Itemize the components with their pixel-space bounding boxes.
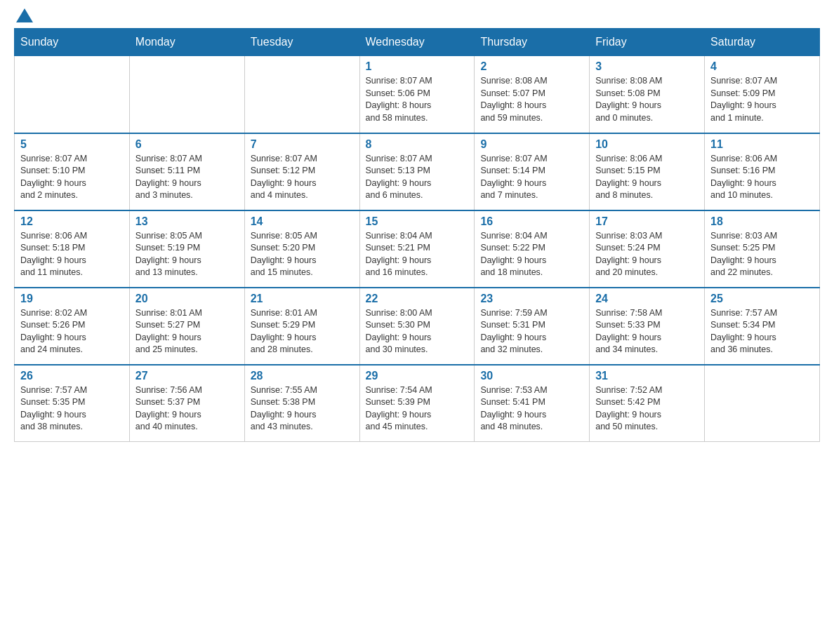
- logo: [14, 14, 33, 21]
- calendar-cell: [244, 56, 359, 133]
- day-info: Sunrise: 8:06 AM Sunset: 5:18 PM Dayligh…: [20, 230, 124, 279]
- day-number: 30: [480, 370, 583, 382]
- day-info: Sunrise: 8:01 AM Sunset: 5:29 PM Dayligh…: [251, 307, 354, 356]
- day-number: 19: [20, 293, 124, 305]
- day-info: Sunrise: 8:08 AM Sunset: 5:07 PM Dayligh…: [480, 75, 583, 124]
- calendar-cell: 3Sunrise: 8:08 AM Sunset: 5:08 PM Daylig…: [590, 56, 705, 133]
- day-info: Sunrise: 8:07 AM Sunset: 5:13 PM Dayligh…: [366, 153, 469, 202]
- day-number: 22: [366, 293, 469, 305]
- day-info: Sunrise: 8:07 AM Sunset: 5:06 PM Dayligh…: [366, 75, 469, 124]
- day-info: Sunrise: 8:04 AM Sunset: 5:22 PM Dayligh…: [480, 230, 583, 279]
- day-info: Sunrise: 7:58 AM Sunset: 5:33 PM Dayligh…: [595, 307, 699, 356]
- calendar-cell: 25Sunrise: 7:57 AM Sunset: 5:34 PM Dayli…: [705, 288, 820, 365]
- calendar-cell: 14Sunrise: 8:05 AM Sunset: 5:20 PM Dayli…: [244, 210, 359, 288]
- calendar-cell: 11Sunrise: 8:06 AM Sunset: 5:16 PM Dayli…: [705, 133, 820, 210]
- day-info: Sunrise: 8:07 AM Sunset: 5:12 PM Dayligh…: [251, 153, 354, 202]
- day-info: Sunrise: 8:08 AM Sunset: 5:08 PM Dayligh…: [595, 75, 699, 124]
- day-number: 21: [251, 293, 354, 305]
- weekday-header-saturday: Saturday: [705, 29, 820, 56]
- calendar-cell: 15Sunrise: 8:04 AM Sunset: 5:21 PM Dayli…: [359, 210, 475, 288]
- calendar-cell: 17Sunrise: 8:03 AM Sunset: 5:24 PM Dayli…: [590, 210, 705, 288]
- calendar-cell: 4Sunrise: 8:07 AM Sunset: 5:09 PM Daylig…: [705, 56, 820, 133]
- calendar-cell: [15, 56, 130, 133]
- day-info: Sunrise: 8:07 AM Sunset: 5:09 PM Dayligh…: [710, 75, 814, 124]
- calendar-table: SundayMondayTuesdayWednesdayThursdayFrid…: [14, 28, 820, 442]
- calendar-cell: 1Sunrise: 8:07 AM Sunset: 5:06 PM Daylig…: [359, 56, 475, 133]
- day-info: Sunrise: 7:57 AM Sunset: 5:35 PM Dayligh…: [20, 384, 124, 434]
- calendar-cell: 12Sunrise: 8:06 AM Sunset: 5:18 PM Dayli…: [15, 210, 130, 288]
- day-info: Sunrise: 8:06 AM Sunset: 5:16 PM Dayligh…: [710, 153, 814, 202]
- calendar-cell: 18Sunrise: 8:03 AM Sunset: 5:25 PM Dayli…: [705, 210, 820, 288]
- day-info: Sunrise: 8:06 AM Sunset: 5:15 PM Dayligh…: [595, 153, 699, 202]
- day-info: Sunrise: 7:56 AM Sunset: 5:37 PM Dayligh…: [135, 384, 239, 434]
- day-number: 20: [135, 293, 239, 305]
- weekday-header-monday: Monday: [129, 29, 244, 56]
- day-info: Sunrise: 8:03 AM Sunset: 5:24 PM Dayligh…: [595, 230, 699, 279]
- day-number: 28: [251, 370, 354, 382]
- day-number: 4: [710, 60, 814, 73]
- calendar-cell: 13Sunrise: 8:05 AM Sunset: 5:19 PM Dayli…: [129, 210, 244, 288]
- weekday-header-friday: Friday: [590, 29, 705, 56]
- day-number: 24: [595, 293, 699, 305]
- day-number: 15: [366, 215, 469, 228]
- calendar-cell: 28Sunrise: 7:55 AM Sunset: 5:38 PM Dayli…: [244, 365, 359, 442]
- day-number: 6: [135, 138, 239, 151]
- calendar-cell: 24Sunrise: 7:58 AM Sunset: 5:33 PM Dayli…: [590, 288, 705, 365]
- calendar-cell: 31Sunrise: 7:52 AM Sunset: 5:42 PM Dayli…: [590, 365, 705, 442]
- calendar-cell: 5Sunrise: 8:07 AM Sunset: 5:10 PM Daylig…: [15, 133, 130, 210]
- weekday-header-wednesday: Wednesday: [359, 29, 475, 56]
- calendar-cell: 7Sunrise: 8:07 AM Sunset: 5:12 PM Daylig…: [244, 133, 359, 210]
- day-info: Sunrise: 8:05 AM Sunset: 5:20 PM Dayligh…: [251, 230, 354, 279]
- day-info: Sunrise: 7:52 AM Sunset: 5:42 PM Dayligh…: [595, 384, 699, 434]
- day-number: 27: [135, 370, 239, 382]
- calendar-cell: [129, 56, 244, 133]
- weekday-header-thursday: Thursday: [475, 29, 590, 56]
- day-number: 7: [251, 138, 354, 151]
- calendar-cell: 2Sunrise: 8:08 AM Sunset: 5:07 PM Daylig…: [475, 56, 590, 133]
- day-info: Sunrise: 8:07 AM Sunset: 5:10 PM Dayligh…: [20, 153, 124, 202]
- day-info: Sunrise: 7:59 AM Sunset: 5:31 PM Dayligh…: [480, 307, 583, 356]
- day-info: Sunrise: 8:02 AM Sunset: 5:26 PM Dayligh…: [20, 307, 124, 356]
- day-number: 18: [710, 215, 814, 228]
- day-number: 29: [366, 370, 469, 382]
- weekday-header-sunday: Sunday: [15, 29, 130, 56]
- calendar-cell: 9Sunrise: 8:07 AM Sunset: 5:14 PM Daylig…: [475, 133, 590, 210]
- day-number: 10: [595, 138, 699, 151]
- week-row-5: 26Sunrise: 7:57 AM Sunset: 5:35 PM Dayli…: [15, 365, 820, 442]
- week-row-4: 19Sunrise: 8:02 AM Sunset: 5:26 PM Dayli…: [15, 288, 820, 365]
- calendar-cell: 8Sunrise: 8:07 AM Sunset: 5:13 PM Daylig…: [359, 133, 475, 210]
- day-info: Sunrise: 7:57 AM Sunset: 5:34 PM Dayligh…: [710, 307, 814, 356]
- day-info: Sunrise: 8:01 AM Sunset: 5:27 PM Dayligh…: [135, 307, 239, 356]
- day-info: Sunrise: 8:04 AM Sunset: 5:21 PM Dayligh…: [366, 230, 469, 279]
- page-header: [14, 14, 820, 21]
- day-number: 11: [710, 138, 814, 151]
- week-row-2: 5Sunrise: 8:07 AM Sunset: 5:10 PM Daylig…: [15, 133, 820, 210]
- calendar-cell: 19Sunrise: 8:02 AM Sunset: 5:26 PM Dayli…: [15, 288, 130, 365]
- calendar-cell: 6Sunrise: 8:07 AM Sunset: 5:11 PM Daylig…: [129, 133, 244, 210]
- week-row-3: 12Sunrise: 8:06 AM Sunset: 5:18 PM Dayli…: [15, 210, 820, 288]
- calendar-cell: 30Sunrise: 7:53 AM Sunset: 5:41 PM Dayli…: [475, 365, 590, 442]
- day-info: Sunrise: 7:55 AM Sunset: 5:38 PM Dayligh…: [251, 384, 354, 434]
- calendar-cell: 23Sunrise: 7:59 AM Sunset: 5:31 PM Dayli…: [475, 288, 590, 365]
- day-info: Sunrise: 7:53 AM Sunset: 5:41 PM Dayligh…: [480, 384, 583, 434]
- day-number: 16: [480, 215, 583, 228]
- calendar-cell: 22Sunrise: 8:00 AM Sunset: 5:30 PM Dayli…: [359, 288, 475, 365]
- day-number: 12: [20, 215, 124, 228]
- day-number: 14: [251, 215, 354, 228]
- day-number: 17: [595, 215, 699, 228]
- day-info: Sunrise: 7:54 AM Sunset: 5:39 PM Dayligh…: [366, 384, 469, 434]
- day-number: 31: [595, 370, 699, 382]
- calendar-cell: 16Sunrise: 8:04 AM Sunset: 5:22 PM Dayli…: [475, 210, 590, 288]
- calendar-cell: 21Sunrise: 8:01 AM Sunset: 5:29 PM Dayli…: [244, 288, 359, 365]
- day-number: 26: [20, 370, 124, 382]
- day-info: Sunrise: 8:05 AM Sunset: 5:19 PM Dayligh…: [135, 230, 239, 279]
- day-info: Sunrise: 8:00 AM Sunset: 5:30 PM Dayligh…: [366, 307, 469, 356]
- weekday-header-tuesday: Tuesday: [244, 29, 359, 56]
- day-info: Sunrise: 8:07 AM Sunset: 5:14 PM Dayligh…: [480, 153, 583, 202]
- day-info: Sunrise: 8:07 AM Sunset: 5:11 PM Dayligh…: [135, 153, 239, 202]
- day-number: 3: [595, 60, 699, 73]
- day-number: 9: [480, 138, 583, 151]
- calendar-cell: 29Sunrise: 7:54 AM Sunset: 5:39 PM Dayli…: [359, 365, 475, 442]
- day-number: 25: [710, 293, 814, 305]
- day-number: 23: [480, 293, 583, 305]
